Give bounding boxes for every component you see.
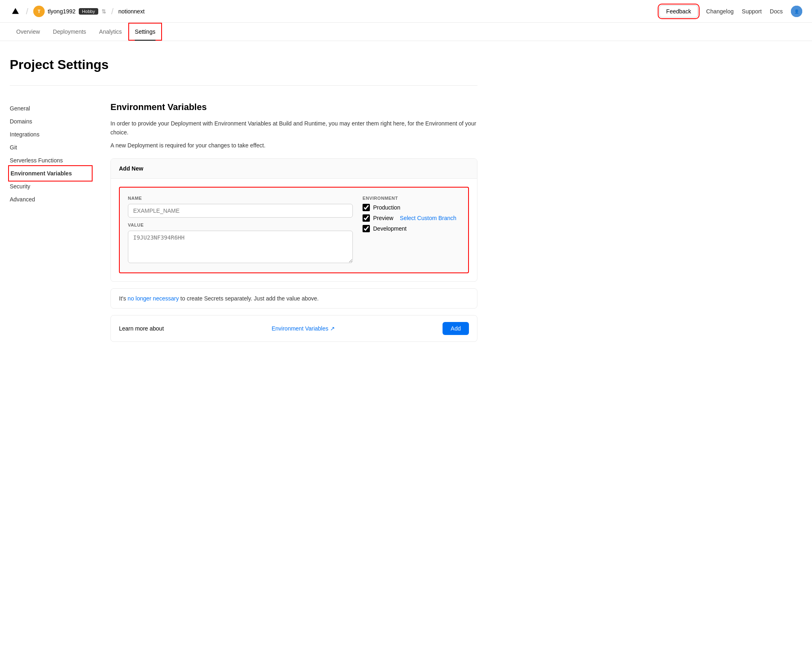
tab-overview[interactable]: Overview — [10, 23, 46, 41]
form-right: ENVIRONMENT Production — [363, 196, 460, 236]
feedback-button[interactable]: Feedback — [659, 5, 698, 17]
account-switcher-icon[interactable]: ⇅ — [102, 8, 106, 15]
sidebar-item-general[interactable]: General — [10, 102, 91, 115]
name-input[interactable] — [128, 204, 353, 218]
sidebar-item-security[interactable]: Security — [10, 180, 91, 193]
sub-nav: Overview Deployments Analytics Settings — [0, 23, 812, 41]
add-new-label: Add New — [119, 165, 143, 172]
sidebar-item-integrations[interactable]: Integrations — [10, 128, 91, 141]
value-input[interactable] — [128, 231, 353, 263]
add-new-form: NAME VALUE ENVIRONMENT — [119, 187, 469, 273]
nav-separator-1: / — [26, 7, 28, 15]
nav-separator-2: / — [111, 7, 114, 15]
add-button[interactable]: Add — [443, 322, 469, 335]
production-label: Production — [373, 204, 400, 211]
env-section: ENVIRONMENT Production — [363, 196, 460, 232]
preview-checkbox[interactable] — [363, 214, 370, 222]
tab-settings[interactable]: Settings — [128, 23, 162, 41]
main-layout: General Domains Integrations Git Serverl… — [10, 102, 477, 348]
card-body: NAME VALUE ENVIRONMENT — [111, 179, 477, 281]
value-row: VALUE — [128, 223, 353, 264]
svg-text:👤: 👤 — [794, 9, 799, 14]
environment-label: ENVIRONMENT — [363, 196, 460, 201]
env-option-development-row: Development — [363, 225, 460, 232]
info-card: It's no longer necessary to create Secre… — [110, 288, 477, 309]
preview-label: Preview — [373, 215, 393, 221]
env-options: Production Preview — [363, 204, 460, 232]
env-vars-learn-more-link[interactable]: Environment Variables ↗ — [272, 325, 335, 332]
env-option-development: Development — [363, 225, 407, 232]
section-description-1: In order to provide your Deployment with… — [110, 119, 477, 137]
top-nav-left: / T tlyong1992 Hobby ⇅ / notionnext — [10, 6, 656, 17]
support-link[interactable]: Support — [742, 8, 762, 15]
plan-badge: Hobby — [79, 8, 98, 15]
form-left: NAME VALUE — [128, 196, 353, 264]
select-custom-branch-link[interactable]: Select Custom Branch — [400, 215, 456, 221]
page-title: Project Settings — [10, 57, 477, 72]
top-nav: / T tlyong1992 Hobby ⇅ / notionnext Feed… — [0, 0, 812, 23]
form-row: NAME VALUE ENVIRONMENT — [128, 196, 460, 264]
top-nav-right: Feedback Changelog Support Docs 👤 — [659, 5, 802, 17]
svg-text:T: T — [37, 9, 40, 14]
user-avatar-right[interactable]: 👤 — [791, 6, 802, 17]
sidebar-item-advanced[interactable]: Advanced — [10, 193, 91, 206]
vercel-logo[interactable] — [10, 6, 21, 17]
sidebar-item-env-vars[interactable]: Environment Variables — [10, 167, 91, 180]
development-checkbox[interactable] — [363, 225, 370, 232]
page-divider — [10, 85, 477, 86]
env-vars-card: Add New NAME VALUE — [110, 158, 477, 282]
value-label: VALUE — [128, 223, 353, 227]
sidebar-item-git[interactable]: Git — [10, 141, 91, 154]
changelog-link[interactable]: Changelog — [706, 8, 734, 15]
env-option-preview: Preview — [363, 214, 393, 222]
tab-analytics[interactable]: Analytics — [93, 23, 128, 41]
no-longer-necessary-link[interactable]: no longer necessary — [127, 295, 179, 302]
sidebar-item-serverless[interactable]: Serverless Functions — [10, 154, 91, 167]
username[interactable]: tlyong1992 — [48, 8, 76, 15]
learn-more-row: Learn more about Environment Variables ↗… — [110, 315, 477, 342]
page-container: Project Settings General Domains Integra… — [0, 41, 487, 365]
main-content: Environment Variables In order to provid… — [110, 102, 477, 348]
card-header: Add New — [111, 159, 477, 179]
env-option-production: Production — [363, 204, 460, 211]
sidebar-item-domains[interactable]: Domains — [10, 115, 91, 128]
env-option-preview-row: Preview Select Custom Branch — [363, 214, 460, 222]
sidebar: General Domains Integrations Git Serverl… — [10, 102, 91, 348]
name-label: NAME — [128, 196, 353, 201]
learn-more-text-pre: Learn more about — [119, 325, 164, 332]
env-option-production-inner: Production — [363, 204, 400, 211]
section-note: A new Deployment is required for your ch… — [110, 142, 477, 149]
info-text-pre: It's — [119, 295, 127, 302]
project-name[interactable]: notionnext — [118, 8, 145, 15]
production-checkbox[interactable] — [363, 204, 370, 211]
section-title: Environment Variables — [110, 102, 477, 112]
info-text-post: to create Secrets separately. Just add t… — [179, 295, 319, 302]
development-label: Development — [373, 225, 407, 232]
user-avatar[interactable]: T — [33, 6, 45, 17]
tab-deployments[interactable]: Deployments — [46, 23, 93, 41]
docs-link[interactable]: Docs — [770, 8, 783, 15]
